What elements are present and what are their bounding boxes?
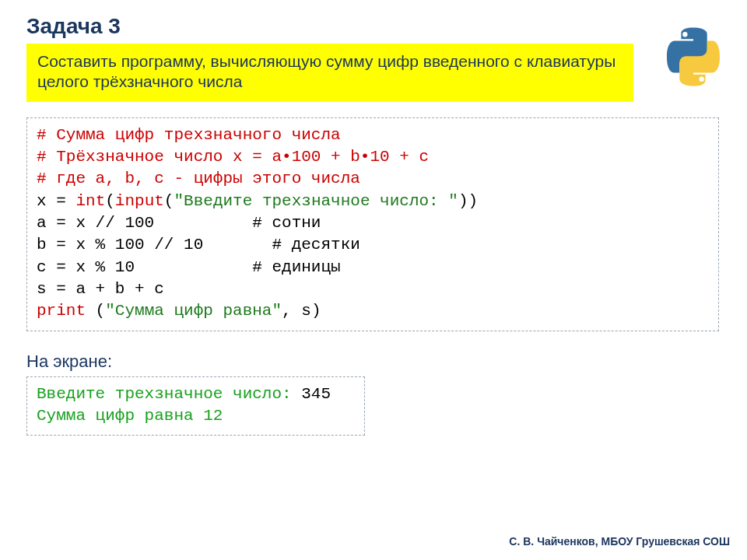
code-text: )) xyxy=(458,192,478,210)
code-comment: # Сумма цифр трехзначного числа xyxy=(37,126,341,144)
user-input-echo: 345 xyxy=(301,385,331,403)
program-output: Введите трехзначное число: 345 Сумма циф… xyxy=(26,376,365,436)
code-text: ( xyxy=(105,192,115,210)
code-text: , s) xyxy=(282,302,321,320)
code-text: x = xyxy=(37,192,75,210)
code-line: a = x // 100 # сотни xyxy=(37,214,321,232)
code-string: "Сумма цифр равна" xyxy=(105,302,282,320)
code-keyword: int xyxy=(75,192,105,210)
code-comment: # Трёхзначное число x = a•100 + b•10 + c xyxy=(37,148,429,166)
output-prompt: Введите трехзначное число: xyxy=(37,385,301,403)
output-result: Сумма цифр равна 12 xyxy=(37,407,223,425)
code-text: ( xyxy=(164,192,174,210)
slide-footer: С. В. Чайченков, МБОУ Грушевская СОШ xyxy=(509,535,730,548)
code-comment: # где a, b, c - цифры этого числа xyxy=(37,170,360,187)
output-label: На экране: xyxy=(26,352,721,372)
code-listing: # Сумма цифр трехзначного числа # Трёхзн… xyxy=(26,117,719,331)
code-line: b = x % 100 // 10 # десятки xyxy=(37,236,360,254)
code-line: s = a + b + c xyxy=(37,280,164,298)
code-keyword: print xyxy=(37,302,86,320)
slide: Задача 3 Составить программу, вычисляющу… xyxy=(0,0,747,560)
code-keyword: input xyxy=(115,192,164,210)
task-description: Составить программу, вычисляющую сумму ц… xyxy=(26,44,633,102)
code-line: c = x % 10 # единицы xyxy=(37,258,341,276)
code-text: ( xyxy=(86,302,105,320)
python-logo-icon xyxy=(663,26,724,87)
slide-title: Задача 3 xyxy=(26,14,721,39)
code-string: "Введите трехзначное число: " xyxy=(174,192,458,210)
